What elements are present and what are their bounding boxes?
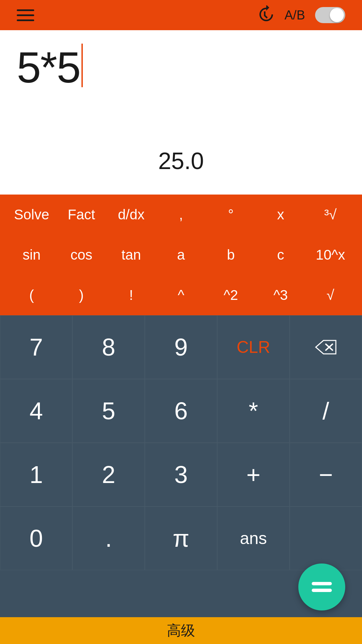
b-button[interactable]: b: [206, 235, 256, 275]
btn-9[interactable]: 9: [145, 315, 217, 379]
lparen-button[interactable]: (: [7, 275, 57, 315]
sqrt-button[interactable]: √: [305, 275, 355, 315]
btn-dot[interactable]: .: [72, 506, 145, 570]
btn-plus[interactable]: +: [217, 443, 290, 506]
expression-text: 5*5: [17, 44, 80, 92]
ab-toggle-switch[interactable]: [315, 7, 345, 23]
btn-1[interactable]: 1: [0, 443, 72, 506]
btn-backspace[interactable]: [290, 315, 362, 379]
menu-button[interactable]: [17, 9, 34, 21]
btn-0[interactable]: 0: [0, 506, 72, 570]
btn-5[interactable]: 5: [72, 379, 145, 443]
btn-6[interactable]: 6: [145, 379, 217, 443]
num-row-2: 4 5 6 * /: [0, 379, 362, 443]
solve-button[interactable]: Solve: [7, 195, 57, 235]
btn-8[interactable]: 8: [72, 315, 145, 379]
fact-button[interactable]: Fact: [57, 195, 107, 235]
num-row-1: 7 8 9 CLR: [0, 315, 362, 379]
scientific-keyboard: Solve Fact d/dx , ° x ³√ sin cos tan a b…: [0, 195, 362, 315]
cos-button[interactable]: cos: [57, 235, 107, 275]
sci-row-1: Solve Fact d/dx , ° x ³√: [7, 195, 355, 235]
degree-button[interactable]: °: [206, 195, 256, 235]
equals-fab-button[interactable]: [298, 564, 345, 610]
main-content: 5*5 25.0 Solve Fact d/dx , ° x ³√ sin co…: [0, 30, 362, 644]
btn-2[interactable]: 2: [72, 443, 145, 506]
svg-rect-2: [312, 582, 332, 585]
result-area: 25.0: [17, 148, 345, 195]
cube-button[interactable]: ^3: [256, 275, 306, 315]
btn-clr[interactable]: CLR: [217, 315, 290, 379]
sci-row-2: sin cos tan a b c 10^x: [7, 235, 355, 275]
ten-pow-x-button[interactable]: 10^x: [305, 235, 355, 275]
sq-button[interactable]: ^2: [206, 275, 256, 315]
num-row-4: 0 . π ans: [0, 506, 362, 570]
num-row-3: 1 2 3 + −: [0, 443, 362, 506]
sin-button[interactable]: sin: [7, 235, 57, 275]
btn-equals-placeholder: [290, 506, 362, 570]
x-button[interactable]: x: [256, 195, 306, 235]
factorial-button[interactable]: !: [106, 275, 156, 315]
btn-3[interactable]: 3: [145, 443, 217, 506]
result-text: 25.0: [158, 148, 204, 174]
c-button[interactable]: c: [256, 235, 306, 275]
cbrt-button[interactable]: ³√: [305, 195, 355, 235]
btn-4[interactable]: 4: [0, 379, 72, 443]
pow-button[interactable]: ^: [156, 275, 206, 315]
display-area: 5*5 25.0: [0, 30, 362, 195]
btn-minus[interactable]: −: [290, 443, 362, 506]
svg-rect-3: [312, 589, 332, 592]
btn-divide[interactable]: /: [290, 379, 362, 443]
history-icon[interactable]: [256, 5, 275, 25]
tan-button[interactable]: tan: [106, 235, 156, 275]
expression-area: 5*5: [17, 30, 345, 148]
btn-pi[interactable]: π: [145, 506, 217, 570]
btn-7[interactable]: 7: [0, 315, 72, 379]
header-right: A/B: [256, 5, 345, 25]
sci-row-3: ( ) ! ^ ^2 ^3 √: [7, 275, 355, 315]
cursor: [81, 44, 83, 87]
app-header: A/B: [0, 0, 362, 30]
btn-ans[interactable]: ans: [217, 506, 290, 570]
ddx-button[interactable]: d/dx: [106, 195, 156, 235]
comma-button[interactable]: ,: [156, 195, 206, 235]
a-button[interactable]: a: [156, 235, 206, 275]
bottom-bar[interactable]: 高级: [0, 617, 362, 644]
rparen-button[interactable]: ): [57, 275, 107, 315]
ab-toggle-label: A/B: [285, 8, 305, 22]
bottom-bar-label: 高级: [167, 621, 195, 640]
btn-multiply[interactable]: *: [217, 379, 290, 443]
